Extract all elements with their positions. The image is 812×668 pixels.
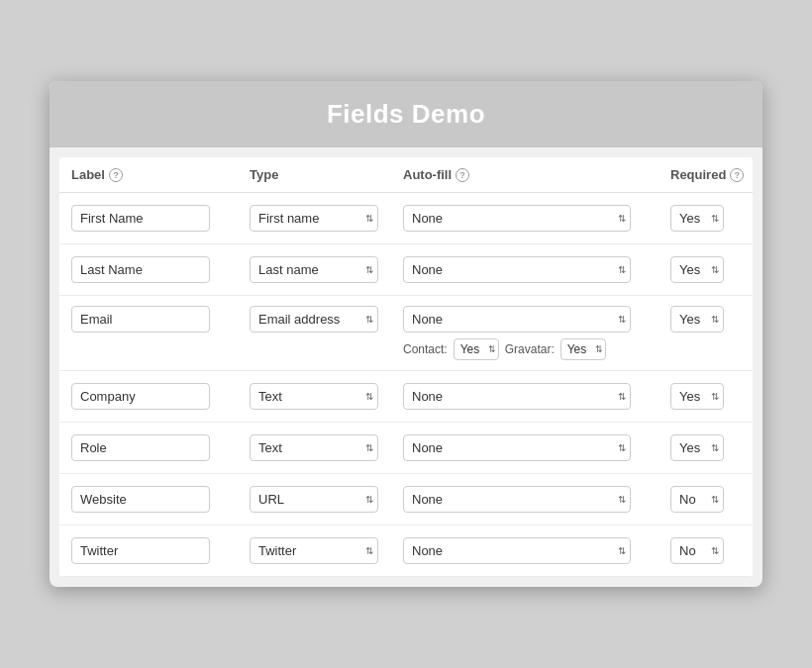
required-help-icon[interactable]: ? (730, 168, 744, 182)
type-wrapper-email: First name Last name Email address Text … (250, 306, 378, 333)
row-twitter: First name Last name Email address Text … (59, 525, 753, 577)
label-input-role[interactable] (71, 434, 210, 461)
required-cell-first-name: Yes No (670, 205, 753, 232)
label-cell-twitter (71, 537, 250, 564)
required-cell-last-name: Yes No (670, 256, 753, 283)
content-area: Label ? Type Auto-fill ? Required ? (59, 157, 753, 577)
contact-wrapper: Yes No (454, 338, 499, 360)
autofill-cell-twitter: None (403, 537, 670, 564)
autofill-select-company[interactable]: None (403, 383, 631, 410)
row-first-name: First name Last name Email address Text … (59, 193, 753, 244)
label-input-last-name[interactable] (71, 256, 210, 283)
autofill-wrapper-website: None (403, 486, 631, 513)
required-wrapper-role: Yes No (670, 434, 724, 461)
contact-select[interactable]: Yes No (454, 338, 499, 360)
label-input-twitter[interactable] (71, 537, 210, 564)
row-role: First name Last name Email address Text … (59, 423, 753, 474)
autofill-cell-last-name: None (403, 256, 670, 283)
autofill-select-website[interactable]: None (403, 486, 631, 513)
main-window: Fields Demo Label ? Type Auto-fill ? Req… (50, 81, 762, 587)
row-email: First name Last name Email address Text … (59, 296, 753, 371)
required-select-email[interactable]: Yes No (670, 306, 724, 333)
required-wrapper-last-name: Yes No (670, 256, 724, 283)
type-cell-last-name: First name Last name Email address Text … (250, 256, 403, 283)
required-cell-email: Yes No (670, 306, 753, 333)
autofill-cell-role: None (403, 434, 670, 461)
contact-label: Contact: (403, 342, 448, 356)
required-select-role[interactable]: Yes No (670, 434, 724, 461)
autofill-wrapper-twitter: None (403, 537, 631, 564)
type-select-last-name[interactable]: First name Last name Email address Text … (250, 256, 378, 283)
autofill-wrapper-company: None (403, 383, 631, 410)
required-select-first-name[interactable]: Yes No (670, 205, 724, 232)
type-wrapper-website: First name Last name Email address Text … (250, 486, 378, 513)
required-wrapper-email: Yes No (670, 306, 724, 333)
header-required: Required ? (670, 167, 753, 182)
type-wrapper-twitter: First name Last name Email address Text … (250, 537, 378, 564)
type-cell-role: First name Last name Email address Text … (250, 434, 403, 461)
required-cell-twitter: Yes No (670, 537, 753, 564)
required-select-twitter[interactable]: Yes No (670, 537, 724, 564)
autofill-wrapper-email: None (403, 306, 631, 333)
autofill-select-last-name[interactable]: None (403, 256, 631, 283)
label-input-website[interactable] (71, 486, 210, 513)
label-input-first-name[interactable] (71, 205, 210, 232)
header-label: Label ? (71, 167, 250, 182)
title-bar: Fields Demo (50, 81, 762, 147)
type-cell-twitter: First name Last name Email address Text … (250, 537, 403, 564)
type-wrapper-last-name: First name Last name Email address Text … (250, 256, 378, 283)
autofill-wrapper-first-name: None (403, 205, 631, 232)
autofill-select-email[interactable]: None (403, 306, 631, 333)
type-wrapper-first-name: First name Last name Email address Text … (250, 205, 378, 232)
gravatar-label: Gravatar: (505, 342, 555, 356)
type-wrapper-role: First name Last name Email address Text … (250, 434, 378, 461)
type-cell-email: First name Last name Email address Text … (250, 306, 403, 333)
type-select-first-name[interactable]: First name Last name Email address Text … (250, 205, 378, 232)
label-cell-role (71, 434, 250, 461)
email-row-main: First name Last name Email address Text … (59, 296, 753, 336)
autofill-select-first-name[interactable]: None (403, 205, 631, 232)
header-type: Type (250, 167, 403, 182)
type-cell-company: First name Last name Email address Text … (250, 383, 403, 410)
autofill-cell-first-name: None (403, 205, 670, 232)
autofill-wrapper-role: None (403, 434, 631, 461)
type-cell-website: First name Last name Email address Text … (250, 486, 403, 513)
required-cell-website: Yes No (670, 486, 753, 513)
autofill-cell-company: None (403, 383, 670, 410)
email-extra-row: Contact: Yes No Gravatar: Yes No (403, 338, 670, 360)
type-select-website[interactable]: First name Last name Email address Text … (250, 486, 378, 513)
table-header: Label ? Type Auto-fill ? Required ? (59, 157, 753, 193)
label-cell-last-name (71, 256, 250, 283)
autofill-select-twitter[interactable]: None (403, 537, 631, 564)
required-wrapper-company: Yes No (670, 383, 724, 410)
type-cell-first-name: First name Last name Email address Text … (250, 205, 403, 232)
label-input-email[interactable] (71, 306, 210, 333)
autofill-select-role[interactable]: None (403, 434, 631, 461)
autofill-cell-email: None (403, 306, 670, 333)
label-cell-website (71, 486, 250, 513)
type-select-role[interactable]: First name Last name Email address Text … (250, 434, 378, 461)
required-select-website[interactable]: Yes No (670, 486, 724, 513)
required-select-company[interactable]: Yes No (670, 383, 724, 410)
type-select-email[interactable]: First name Last name Email address Text … (250, 306, 378, 333)
required-wrapper-first-name: Yes No (670, 205, 724, 232)
label-help-icon[interactable]: ? (109, 168, 123, 182)
type-select-twitter[interactable]: First name Last name Email address Text … (250, 537, 378, 564)
row-last-name: First name Last name Email address Text … (59, 244, 753, 296)
required-wrapper-twitter: Yes No (670, 537, 724, 564)
required-cell-role: Yes No (670, 434, 753, 461)
type-select-company[interactable]: First name Last name Email address Text … (250, 383, 378, 410)
autofill-cell-website: None (403, 486, 670, 513)
page-title: Fields Demo (69, 99, 743, 130)
autofill-help-icon[interactable]: ? (456, 168, 469, 182)
type-wrapper-company: First name Last name Email address Text … (250, 383, 378, 410)
label-cell-first-name (71, 205, 250, 232)
gravatar-wrapper: Yes No (560, 338, 606, 360)
gravatar-select[interactable]: Yes No (560, 338, 606, 360)
label-input-company[interactable] (71, 383, 210, 410)
autofill-wrapper-last-name: None (403, 256, 631, 283)
email-row-sub: Contact: Yes No Gravatar: Yes No (59, 336, 753, 370)
required-select-last-name[interactable]: Yes No (670, 256, 724, 283)
row-company: First name Last name Email address Text … (59, 371, 753, 423)
required-cell-company: Yes No (670, 383, 753, 410)
